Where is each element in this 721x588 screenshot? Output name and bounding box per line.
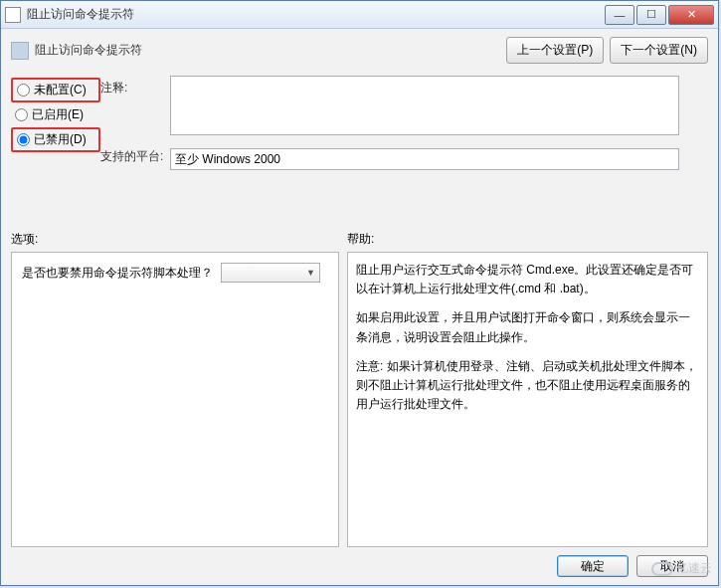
- option-select[interactable]: ▼: [221, 263, 320, 283]
- field-labels-column: 注释: 支持的平台:: [100, 76, 170, 217]
- window-controls: — ☐ ✕: [605, 5, 714, 25]
- help-label: 帮助:: [347, 231, 708, 248]
- titlebar[interactable]: 阻止访问命令提示符 — ☐ ✕: [1, 1, 718, 29]
- config-area: 未配置(C) 已启用(E) 已禁用(D) 注释: 支持的平台: 至少 Windo…: [11, 76, 708, 217]
- dialog-footer: 确定 取消: [11, 555, 708, 577]
- platform-field: 至少 Windows 2000: [170, 148, 679, 170]
- radio-not-configured-label: 未配置(C): [34, 82, 87, 98]
- radio-disabled-input[interactable]: [17, 133, 30, 146]
- close-button[interactable]: ✕: [668, 5, 714, 25]
- panels-row: 是否也要禁用命令提示符脚本处理？ ▼ 阻止用户运行交互式命令提示符 Cmd.ex…: [11, 252, 708, 547]
- radio-disabled-label: 已禁用(D): [34, 131, 87, 148]
- maximize-button[interactable]: ☐: [636, 5, 666, 25]
- cancel-button[interactable]: 取消: [636, 555, 708, 577]
- platform-value: 至少 Windows 2000: [175, 151, 280, 168]
- comment-label: 注释:: [100, 80, 170, 97]
- prev-setting-button[interactable]: 上一个设置(P): [506, 37, 604, 64]
- minimize-button[interactable]: —: [605, 5, 634, 25]
- options-label: 选项:: [11, 231, 347, 248]
- window-title: 阻止访问命令提示符: [27, 6, 605, 23]
- help-paragraph: 如果启用此设置，并且用户试图打开命令窗口，则系统会显示一条消息，说明设置会阻止此…: [356, 308, 699, 346]
- app-icon: [5, 7, 21, 23]
- radio-not-configured[interactable]: 未配置(C): [11, 78, 100, 102]
- help-paragraph: 注意: 如果计算机使用登录、注销、启动或关机批处理文件脚本，则不阻止计算机运行批…: [356, 357, 699, 415]
- dialog-window: 阻止访问命令提示符 — ☐ ✕ 阻止访问命令提示符 上一个设置(P) 下一个设置…: [0, 0, 719, 586]
- chevron-down-icon: ▼: [306, 268, 315, 278]
- help-paragraph: 阻止用户运行交互式命令提示符 Cmd.exe。此设置还确定是否可以在计算机上运行…: [356, 261, 699, 298]
- options-panel: 是否也要禁用命令提示符脚本处理？ ▼: [11, 252, 339, 547]
- radio-disabled[interactable]: 已禁用(D): [11, 127, 100, 152]
- dialog-content: 阻止访问命令提示符 上一个设置(P) 下一个设置(N) 未配置(C) 已启用(E…: [1, 29, 718, 585]
- next-setting-button[interactable]: 下一个设置(N): [610, 37, 708, 64]
- option-question: 是否也要禁用命令提示符脚本处理？: [22, 265, 213, 282]
- section-labels: 选项: 帮助:: [11, 231, 708, 248]
- radio-enabled-input[interactable]: [15, 108, 28, 121]
- radio-enabled-label: 已启用(E): [32, 106, 84, 123]
- radio-enabled[interactable]: 已启用(E): [11, 104, 100, 125]
- option-row: 是否也要禁用命令提示符脚本处理？ ▼: [22, 263, 328, 283]
- help-panel: 阻止用户运行交互式命令提示符 Cmd.exe。此设置还确定是否可以在计算机上运行…: [347, 252, 708, 547]
- platform-label: 支持的平台:: [100, 148, 170, 165]
- comment-textarea[interactable]: [170, 76, 679, 135]
- radio-column: 未配置(C) 已启用(E) 已禁用(D): [11, 76, 100, 217]
- ok-button[interactable]: 确定: [557, 555, 629, 577]
- header-row: 阻止访问命令提示符 上一个设置(P) 下一个设置(N): [11, 37, 708, 64]
- radio-not-configured-input[interactable]: [17, 84, 30, 97]
- page-title: 阻止访问命令提示符: [35, 42, 142, 59]
- fields-column: 至少 Windows 2000: [170, 76, 708, 217]
- policy-icon: [11, 42, 29, 60]
